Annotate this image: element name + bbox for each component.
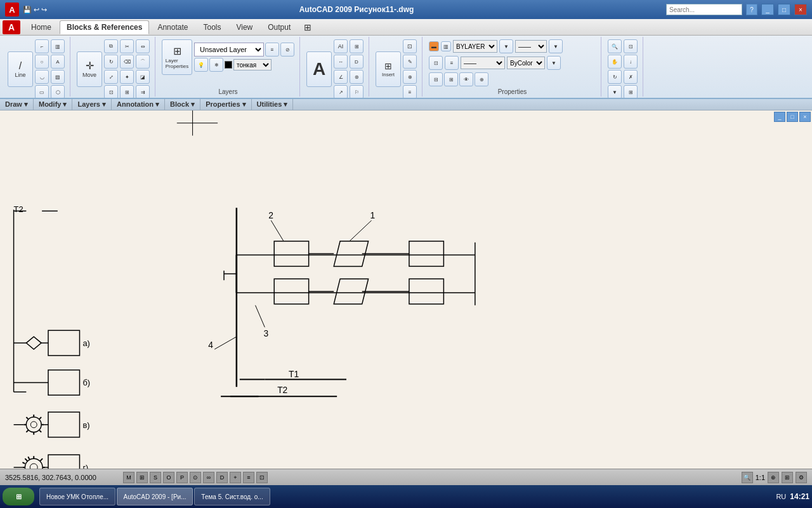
bycolor-expand[interactable]: ▼ (547, 56, 561, 70)
arc-tool[interactable]: ◡ (35, 70, 49, 84)
tab-output[interactable]: Output (261, 20, 298, 34)
status-model-btn[interactable]: M (123, 472, 134, 483)
layer-color-swatch[interactable] (225, 61, 232, 69)
line-tool[interactable]: / Line (8, 51, 33, 87)
section-utilities[interactable]: Utilities ▾ (252, 99, 294, 110)
tab-blocks-references[interactable]: Blocks & References (60, 20, 149, 34)
dim-linear-tool[interactable]: ↔ (334, 55, 348, 69)
fillet-tool[interactable]: ⌒ (136, 55, 150, 69)
section-block[interactable]: Block ▾ (165, 99, 200, 110)
workspace-tool[interactable]: ⊡ (624, 39, 638, 53)
bycolor-dropdown[interactable]: ByColor (507, 57, 545, 69)
rect-tool[interactable]: ▭ (35, 85, 49, 99)
array-tool[interactable]: ⊞ (120, 85, 134, 99)
flyout-tool[interactable]: ▼ (608, 85, 622, 99)
bylayer-dropdown[interactable]: BYLAYER (453, 40, 497, 53)
text-draw-tool[interactable]: A (51, 55, 65, 69)
tolerance-tool[interactable]: ⊛ (350, 70, 363, 84)
region-tool[interactable]: ⬡ (51, 85, 65, 99)
zoom-out-btn[interactable]: 🔍 (742, 472, 753, 483)
status-lw-btn[interactable]: ≡ (243, 472, 254, 483)
properties-tool[interactable]: ⊟ (429, 72, 443, 86)
status-otrack-btn[interactable]: ∞ (203, 472, 214, 483)
more-tool[interactable]: ⊞ (624, 85, 638, 99)
tab-more[interactable]: ⊞ (299, 20, 317, 34)
status-tmodel-btn[interactable]: ⊡ (256, 472, 268, 483)
status-ortho-btn[interactable]: O (163, 472, 174, 483)
insert-tool2[interactable]: ↓ (624, 55, 638, 69)
stretch-tool[interactable]: ⤢ (104, 70, 118, 84)
move-tool[interactable]: ✛ Move (77, 51, 102, 87)
mirror-tool[interactable]: ⇔ (136, 39, 150, 53)
workspace-btn[interactable]: ⊞ (782, 472, 793, 483)
linetype-expand[interactable]: ▼ (549, 39, 563, 53)
erase-tool[interactable]: ⌫ (120, 55, 134, 69)
lineweight-dropdown[interactable]: —— (461, 57, 505, 69)
section-layers[interactable]: Layers ▾ (72, 99, 112, 110)
help-button[interactable]: ? (746, 4, 757, 15)
chamfer-tool[interactable]: ◪ (136, 70, 150, 84)
status-snap-btn[interactable]: S (150, 472, 161, 483)
tab-annotate[interactable]: Annotate (150, 20, 195, 34)
taskbar-item-tema[interactable]: Тема 5. Сист.вод. о... (194, 488, 270, 505)
rotate-tool[interactable]: ↻ (104, 55, 118, 69)
circle-tool[interactable]: ○ (35, 55, 49, 69)
leader-tool[interactable]: ↗ (334, 85, 348, 99)
minimize-button[interactable]: _ (761, 4, 774, 15)
list-tool[interactable]: ≡ (445, 56, 459, 70)
section-modify[interactable]: Modify ▾ (34, 99, 73, 110)
layer-properties-tool[interactable]: ⊞ LayerProperties (162, 39, 192, 75)
qselect-tool[interactable]: ⊞ (444, 72, 458, 86)
attribute-tool[interactable]: ≡ (403, 85, 417, 99)
gradient-tool[interactable]: ▨ (51, 70, 65, 84)
section-properties[interactable]: Properties ▾ (200, 99, 251, 110)
layer-on-btn[interactable]: 💡 (194, 58, 208, 72)
dim-style-tool[interactable]: D (350, 55, 363, 69)
section-annotation[interactable]: Annotation ▾ (112, 99, 165, 110)
edit-block-tool[interactable]: ✎ (403, 55, 417, 69)
hatch-tool[interactable]: ▥ (51, 39, 65, 53)
section-draw[interactable]: Draw ▾ (0, 99, 34, 110)
cleanup-tool[interactable]: ✗ (624, 70, 638, 84)
offset-tool[interactable]: ⇉ (136, 85, 150, 99)
status-grid-btn[interactable]: ⊞ (136, 472, 148, 483)
close-button[interactable]: × (794, 4, 807, 15)
zoom-in-btn[interactable]: ⊕ (768, 472, 779, 483)
layer-filter-btn[interactable]: ⊘ (280, 43, 294, 57)
taskbar-item-autocad[interactable]: AutoCAD 2009 - [Ри... (117, 488, 193, 505)
zoom-pan-tool[interactable]: 🔍 (608, 39, 622, 53)
mtext-tool[interactable]: AI (334, 39, 348, 53)
layer-freeze-btn[interactable]: ❄ (209, 58, 223, 72)
zoom-tool[interactable]: ⊕ (475, 72, 488, 86)
text-tool[interactable]: A (306, 51, 332, 87)
scale-tool[interactable]: ⊡ (104, 85, 118, 99)
maximize-button[interactable]: □ (778, 4, 790, 15)
view-tool[interactable]: 👁 (459, 72, 473, 86)
match-props-tool[interactable]: ⊡ (429, 56, 443, 70)
linetype-dropdown[interactable]: —— ByLay (515, 40, 547, 53)
refedit-tool[interactable]: ⊕ (403, 70, 417, 84)
polyline-tool[interactable]: ⌐ (35, 39, 49, 53)
table-tool[interactable]: ⊞ (350, 39, 363, 53)
tab-tools[interactable]: Tools (196, 20, 228, 34)
tab-home[interactable]: Home (24, 20, 58, 34)
explode-tool[interactable]: ✦ (120, 70, 134, 84)
pan-tool[interactable]: ✋ (608, 55, 622, 69)
tab-view[interactable]: View (229, 20, 259, 34)
start-button[interactable]: ⊞ (3, 488, 34, 505)
markup-tool[interactable]: ⚐ (350, 85, 363, 99)
create-block-tool[interactable]: ⊡ (403, 39, 417, 53)
status-polar-btn[interactable]: P (176, 472, 188, 483)
drawing-area[interactable]: _ □ × T2 а) (0, 110, 812, 469)
dim-angular-tool[interactable]: ∠ (334, 70, 348, 84)
trim-tool[interactable]: ✂ (120, 39, 134, 53)
autocad-logo[interactable]: A (3, 20, 20, 34)
layer-dropdown[interactable]: Unsaved Layer (194, 43, 264, 57)
insert-block-tool[interactable]: ⊞ Insert (376, 51, 401, 87)
status-osnap-btn[interactable]: ⊙ (190, 472, 201, 483)
search-input[interactable] (666, 4, 742, 15)
bylayer-expand[interactable]: ▼ (499, 39, 513, 53)
copy-tool[interactable]: ⧉ (104, 39, 118, 53)
layer-color-dropdown[interactable]: тонкая (233, 59, 272, 70)
taskbar-item-umk[interactable]: Новое УМК Отопле... (39, 488, 115, 505)
